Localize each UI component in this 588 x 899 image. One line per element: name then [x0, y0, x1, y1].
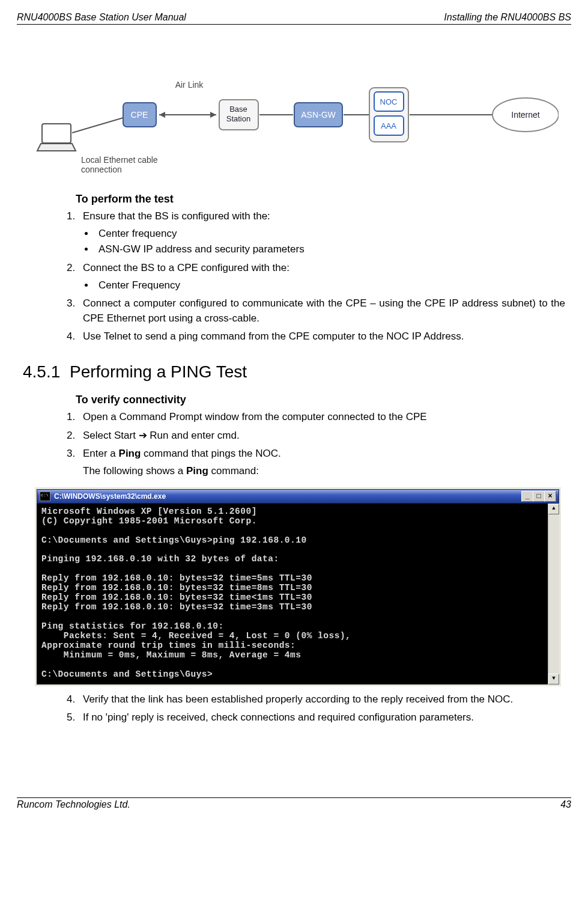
header-left: RNU4000BS Base Station User Manual	[17, 12, 186, 23]
svg-marker-3	[159, 112, 165, 118]
verify-1: Open a Command Prompt window from the co…	[78, 410, 565, 425]
local-eth-label2: connection	[81, 165, 122, 174]
page-header: RNU4000BS Base Station User Manual Insta…	[17, 12, 571, 25]
section-number: 4.5.1	[23, 362, 70, 382]
verify-5: If no 'ping' reply is received, check co…	[78, 710, 565, 725]
verify-4: Verify that the link has been establishe…	[78, 692, 565, 707]
verify-3c-a: The following shows a	[83, 465, 186, 477]
heading-verify-connectivity: To verify connectivity	[76, 394, 565, 406]
diagram-svg: Local Ethernet cable connection CPE Air …	[30, 67, 559, 175]
step-1: Ensure that the BS is configured with th…	[78, 209, 565, 257]
step-2: Connect the BS to a CPE configured with …	[78, 261, 565, 293]
bs-label2: Station	[226, 114, 250, 123]
noc-label: NOC	[380, 97, 397, 106]
scroll-down-icon[interactable]: ▼	[548, 674, 559, 684]
cmd-window: C:\WINDOWS\system32\cmd.exe _□× Microsof…	[35, 487, 561, 686]
svg-marker-2	[210, 112, 216, 118]
step-2-sublist: Center Frequency	[95, 278, 565, 293]
step-2-text: Connect the BS to a CPE configured with …	[83, 262, 289, 273]
section-title: Performing a PING Test	[70, 362, 247, 381]
cpe-label: CPE	[130, 110, 148, 120]
verify-list-cont: Verify that the link has been establishe…	[78, 692, 565, 725]
maximize-button[interactable]: □	[533, 491, 545, 502]
verify-3b: command that pings the NOC.	[141, 448, 280, 459]
verify-2a: Select Start	[83, 430, 139, 441]
verify-list: Open a Command Prompt window from the co…	[78, 410, 565, 479]
window-buttons: _□×	[522, 491, 556, 502]
perform-test-list: Ensure that the BS is configured with th…	[78, 209, 565, 344]
network-diagram: Local Ethernet cable connection CPE Air …	[23, 67, 565, 175]
footer-left: Runcom Technologies Ltd.	[17, 799, 130, 810]
bs-label1: Base	[229, 105, 247, 114]
step-2a: Center Frequency	[95, 278, 565, 293]
line-laptop-cpe	[72, 118, 123, 133]
step-4: Use Telnet to send a ping command from t…	[78, 329, 565, 344]
cmd-icon	[40, 492, 50, 501]
step-1-text: Ensure that the BS is configured with th…	[83, 210, 270, 222]
cmd-output: Microsoft Windows XP [Version 5.1.2600] …	[37, 504, 548, 684]
page-content: Local Ethernet cable connection CPE Air …	[17, 67, 571, 725]
laptop-icon	[37, 124, 76, 151]
minimize-button[interactable]: _	[521, 491, 533, 502]
svg-rect-0	[42, 124, 71, 143]
cmd-body-wrap: Microsoft Windows XP [Version 5.1.2600] …	[37, 504, 559, 684]
verify-2b: Run and enter cmd.	[147, 430, 240, 441]
verify-3: Enter a Ping command that pings the NOC.…	[78, 446, 565, 478]
section-heading: 4.5.1Performing a PING Test	[23, 362, 565, 382]
arrow-icon: ➔	[139, 430, 147, 441]
step-1-sublist: Center frequency ASN-GW IP address and s…	[95, 227, 565, 257]
aaa-label: AAA	[380, 121, 396, 130]
step-1a: Center frequency	[95, 227, 565, 242]
cmd-scrollbar[interactable]: ▲ ▼	[548, 504, 559, 684]
ping-keyword-2: Ping	[186, 465, 208, 477]
scroll-track[interactable]	[548, 514, 559, 674]
verify-3c-b: command:	[208, 465, 259, 477]
local-eth-label: Local Ethernet cable	[81, 155, 158, 165]
header-right: Installing the RNU4000BS BS	[444, 12, 571, 23]
step-3: Connect a computer configured to communi…	[78, 296, 565, 326]
air-link-label: Air Link	[175, 80, 204, 90]
heading-perform-test: To perform the test	[76, 193, 565, 206]
step-1b: ASN-GW IP address and security parameter…	[95, 242, 565, 257]
svg-marker-1	[37, 144, 76, 151]
cmd-title-text: C:\WINDOWS\system32\cmd.exe	[54, 492, 522, 501]
asn-label: ASN-GW	[301, 110, 336, 120]
footer-right: 43	[560, 799, 571, 810]
verify-3-sub: The following shows a Ping command:	[83, 464, 565, 479]
scroll-up-icon[interactable]: ▲	[548, 504, 559, 514]
verify-2: Select Start ➔ Run and enter cmd.	[78, 428, 565, 443]
verify-3a: Enter a	[83, 448, 119, 459]
close-button[interactable]: ×	[544, 491, 556, 502]
internet-label: Internet	[511, 110, 540, 120]
page-footer: Runcom Technologies Ltd. 43	[17, 797, 571, 810]
cmd-titlebar: C:\WINDOWS\system32\cmd.exe _□×	[37, 489, 559, 504]
ping-keyword: Ping	[119, 448, 141, 459]
